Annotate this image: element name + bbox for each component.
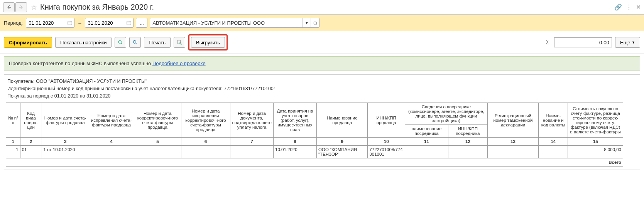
svg-rect-0 [68,21,72,25]
close-icon[interactable]: ✕ [636,3,641,11]
date-from-input[interactable] [26,20,65,26]
period-text: Покупка за период с 01.01.2020 по 31.01.… [7,93,638,100]
cn-14: 14 [539,138,568,146]
cn-15: 15 [568,138,623,146]
forward-button[interactable] [15,2,27,12]
table-row[interactable]: 1 01 1 от 10.01.2020 10.01.2020 ООО "КОМ… [6,146,623,158]
refresh-find-button[interactable] [129,37,141,48]
cn-5: 5 [134,138,181,146]
sigma-icon: Σ [546,39,549,46]
generate-button[interactable]: Сформировать [4,37,52,48]
cell-c13 [487,146,538,158]
svg-rect-1 [127,21,131,25]
th-3: Номер и дата счета-фактуры продавца [42,103,89,138]
cell-c4 [89,146,134,158]
cn-8: 8 [274,138,317,146]
date-from-wrap [26,18,74,28]
cell-c14 [539,146,568,158]
th-9: Наименование продавца [317,103,368,138]
find-button[interactable] [115,37,126,48]
inn-label: Идентификационный номер и код причины по… [7,86,224,91]
cn-13: 13 [487,138,538,146]
cell-c6 [181,146,230,158]
cn-7: 7 [230,138,274,146]
th-13: Регистрационный номер таможенной деклара… [487,103,538,138]
print-button[interactable]: Печать [144,37,171,48]
period-picker-button[interactable]: ... [136,18,147,28]
report-area: Покупатель: ООО "АВТОМАТИЗАЦИЯ - УСЛУГИ … [4,74,640,170]
total-row: Всего [6,158,623,167]
buyer-label: Покупатель: [7,79,36,84]
cell-c7 [230,146,274,158]
inn-value: 7721601681/772101001 [224,86,276,91]
th-4: Номер и дата исправления счета-фактуры п… [89,103,134,138]
more-label: Еще [620,40,630,45]
chevron-down-icon[interactable]: ▼ [302,18,311,27]
success-notice: Проверка контрагентов по данным ФНС выпо… [4,56,640,71]
link-icon[interactable]: 🔗 [614,3,622,11]
th-10: ИНН/КПП продавца [368,103,405,138]
report-table: № п/п Код вида опера-ции Номер и дата сч… [6,103,623,167]
cell-invoice: 1 от 10.01.2020 [42,146,89,158]
notice-text: Проверка контрагентов по данным ФНС выпо… [9,61,152,66]
th-15: Стоимость покупок по счету-фактуре, разн… [568,103,623,138]
export-button[interactable]: Выгрузить [191,37,225,48]
th-14: Наиме-нование и код валюты [539,103,568,138]
organization-select[interactable]: АВТОМАТИЗАЦИЯ - УСЛУГИ И ПРОЕКТЫ ООО ▼ ▢ [150,18,319,28]
th-12: ИНН/КПП посредника [448,125,487,138]
sum-input[interactable] [554,37,612,47]
cell-c5 [134,146,181,158]
page-search-icon [177,40,182,45]
more-button[interactable]: Еще ▼ [615,37,640,48]
cell-seller: ООО "КОМПАНИЯ "ТЕНЗОР" [317,146,368,158]
toolbar: Сформировать Показать настройки Печать В… [0,31,644,54]
search-icon [118,40,123,45]
cell-n: 1 [6,146,20,158]
cn-10: 10 [368,138,405,146]
calendar-icon [67,20,73,25]
filter-bar: Период: – ... АВТОМАТИЗАЦИЯ - УСЛУГИ И П… [0,15,644,31]
th-1: № п/п [6,103,20,138]
page-title: Книга покупок за Январь 2020 г. [40,3,154,12]
cell-c11 [405,146,448,158]
cn-1: 1 [6,138,20,146]
search-refresh-icon [132,40,138,45]
buyer-value: ООО "АВТОМАТИЗАЦИЯ - УСЛУГИ И ПРОЕКТЫ" [36,79,147,84]
chevron-down-icon: ▼ [632,40,635,44]
favorite-icon[interactable]: ☆ [31,3,37,12]
dash: – [78,20,81,26]
svg-rect-4 [177,40,180,44]
th-11g: Сведения о посреднике (комиссионере, аге… [405,103,488,125]
more-vert-icon[interactable]: ⋮ [626,3,632,11]
cell-code: 01 [20,146,42,158]
svg-point-3 [134,40,136,43]
th-2: Код вида опера-ции [20,103,42,138]
cell-c12 [448,146,487,158]
report-meta: Покупатель: ООО "АВТОМАТИЗАЦИЯ - УСЛУГИ … [7,78,638,99]
cn-2: 2 [20,138,42,146]
back-button[interactable] [3,2,15,12]
cn-4: 4 [89,138,134,146]
svg-point-2 [119,40,122,43]
calendar-to-button[interactable] [124,18,133,27]
show-settings-button[interactable]: Показать настройки [55,37,112,48]
cell-inn: 7722701008/774301001 [368,146,405,158]
th-8: Дата принятия на учет товаров (работ, ус… [274,103,317,138]
th-7: Номер и дата документа, подтвержда-ющего… [230,103,274,138]
arrow-left-icon [6,5,12,10]
calendar-from-button[interactable] [65,18,74,27]
open-external-icon[interactable]: ▢ [311,18,319,27]
cn-9: 9 [317,138,368,146]
cn-6: 6 [181,138,230,146]
date-to-wrap [85,18,134,28]
date-to-input[interactable] [85,20,124,26]
cell-sum: 8 000,00 [568,146,623,158]
period-label: Период: [4,20,23,26]
cn-3: 3 [42,138,89,146]
cn-12: 12 [448,138,487,146]
th-11: наименование посредника [405,125,448,138]
notice-link[interactable]: Подробнее о проверке [152,61,206,66]
preview-button[interactable] [174,37,185,48]
total-label: Всего [6,158,623,167]
th-5: Номер и дата корректировоч-ного счета-фа… [134,103,181,138]
